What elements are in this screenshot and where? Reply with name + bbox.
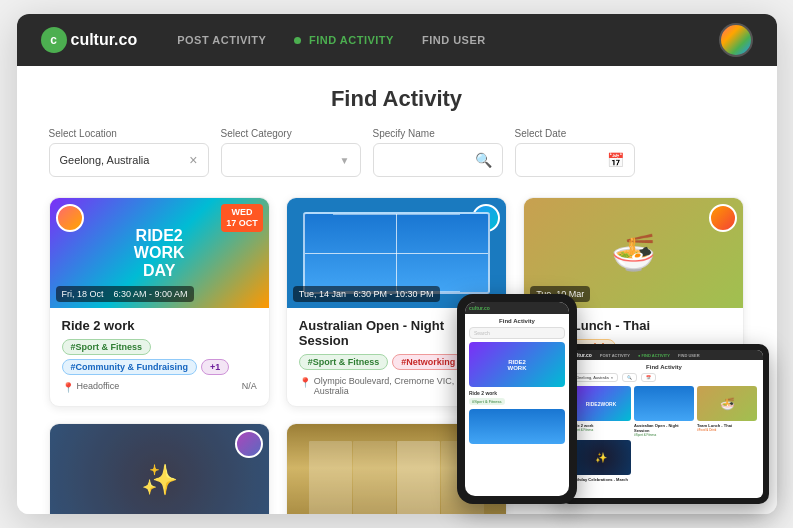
- nav-find-activity[interactable]: FIND ACTIVITY: [294, 34, 394, 46]
- search-icon: 🔍: [475, 152, 492, 168]
- browser-window: c cultur.co POST ACTIVITY FIND ACTIVITY …: [17, 14, 777, 514]
- category-label: Select Category: [221, 128, 361, 139]
- main-content: Find Activity Select Location Geelong, A…: [17, 66, 777, 514]
- navbar: c cultur.co POST ACTIVITY FIND ACTIVITY …: [17, 14, 777, 66]
- logo-text: cultur.co: [71, 31, 138, 49]
- category-filter-group: Select Category ▼: [221, 128, 361, 177]
- location-input[interactable]: Geelong, Australia ×: [49, 143, 209, 177]
- gallery-grid: [309, 441, 484, 515]
- tag-sport-fitness: #Sport & Fitness: [62, 339, 152, 355]
- location-pin-icon: 📍: [62, 382, 74, 393]
- nav-post-activity[interactable]: POST ACTIVITY: [177, 34, 266, 46]
- activity-card-team-lunch[interactable]: 🍜 Tue, 10 Mar Team Lunch - Thai #Food & …: [523, 197, 744, 407]
- ride2work-avatar: [56, 204, 84, 232]
- gallery-image: [287, 424, 506, 514]
- name-filter-group: Specify Name 🔍: [373, 128, 503, 177]
- team-lunch-image: 🍜 Tue, 10 Mar: [524, 198, 743, 308]
- activity-card-australian-open[interactable]: Tue, 14 Jan 6:30 PM - 10:30 PM Australia…: [286, 197, 507, 407]
- date-input[interactable]: 📅: [515, 143, 635, 177]
- australian-open-image: Tue, 14 Jan 6:30 PM - 10:30 PM: [287, 198, 506, 308]
- location-filter-group: Select Location Geelong, Australia ×: [49, 128, 209, 177]
- australian-open-location: 📍 Olympic Boulevard, Cremorne VIC, Austr…: [299, 376, 494, 396]
- filters-bar: Select Location Geelong, Australia × Sel…: [49, 128, 745, 177]
- team-lunch-avatar: [709, 204, 737, 232]
- empty-slot: [523, 423, 744, 514]
- tag-community: #Community & Fundraising: [62, 359, 198, 375]
- australian-open-tags: #Sport & Fitness #Networking: [299, 354, 494, 370]
- category-input[interactable]: ▼: [221, 143, 361, 177]
- page-title: Find Activity: [49, 86, 745, 112]
- logo: c cultur.co: [41, 27, 138, 53]
- nav-links: POST ACTIVITY FIND ACTIVITY FIND USER: [177, 34, 486, 46]
- location-clear-icon[interactable]: ×: [189, 152, 197, 168]
- activity-card-sparkle[interactable]: ✨: [49, 423, 270, 514]
- location-pin-icon-2: 📍: [299, 377, 311, 388]
- activity-card-ride2work[interactable]: RIDE2WORKDAY WED17 OCT Fri, 18 Oct 6:30 …: [49, 197, 270, 407]
- tag-food-drink: #Food & Drink: [536, 339, 616, 355]
- sparkle-avatar: [235, 430, 263, 458]
- australian-open-title: Australian Open - Night Session: [299, 318, 494, 348]
- team-lunch-title: Team Lunch - Thai: [536, 318, 731, 333]
- location-pin-icon-3: 📍: [536, 362, 548, 373]
- tag-networking: #Networking: [392, 354, 464, 370]
- name-input[interactable]: 🔍: [373, 143, 503, 177]
- ride2work-location: 📍 Headoffice N/A: [62, 381, 257, 393]
- ride2work-date-badge: Fri, 18 Oct 6:30 AM - 9:00 AM: [56, 286, 194, 302]
- tag-sport-fitness-2: #Sport & Fitness: [299, 354, 389, 370]
- activity-card-gallery[interactable]: [286, 423, 507, 514]
- ride2work-text: RIDE2WORKDAY: [134, 227, 185, 280]
- logo-icon: c: [41, 27, 67, 53]
- ride2work-tags: #Sport & Fitness #Community & Fundraisin…: [62, 339, 257, 375]
- location-label: Select Location: [49, 128, 209, 139]
- team-lunch-location: 📍 Thai, B... $10...: [536, 361, 731, 373]
- activities-grid: RIDE2WORKDAY WED17 OCT Fri, 18 Oct 6:30 …: [49, 197, 745, 407]
- ride2work-title: Ride 2 work: [62, 318, 257, 333]
- ride2work-body: Ride 2 work #Sport & Fitness #Community …: [50, 308, 269, 403]
- team-lunch-date-badge: Tue, 10 Mar: [530, 286, 590, 302]
- ride2work-badge: WED17 OCT: [221, 204, 263, 232]
- sparkle-image: ✨: [50, 424, 269, 514]
- nav-find-user[interactable]: FIND USER: [422, 34, 486, 46]
- name-label: Specify Name: [373, 128, 503, 139]
- nav-avatar[interactable]: [719, 23, 753, 57]
- date-label: Select Date: [515, 128, 635, 139]
- australian-open-body: Australian Open - Night Session #Sport &…: [287, 308, 506, 406]
- calendar-icon: 📅: [607, 152, 624, 168]
- category-arrow-icon: ▼: [340, 155, 350, 166]
- team-lunch-tags: #Food & Drink: [536, 339, 731, 355]
- date-filter-group: Select Date 📅: [515, 128, 635, 177]
- tag-more: +1: [201, 359, 229, 375]
- location-value: Geelong, Australia: [60, 154, 184, 166]
- ride2work-image: RIDE2WORKDAY WED17 OCT Fri, 18 Oct 6:30 …: [50, 198, 269, 308]
- active-dot: [294, 37, 301, 44]
- australian-open-date-badge: Tue, 14 Jan 6:30 PM - 10:30 PM: [293, 286, 440, 302]
- team-lunch-body: Team Lunch - Thai #Food & Drink 📍 Thai, …: [524, 308, 743, 383]
- tennis-court: [303, 212, 489, 295]
- bottom-cards-grid: ✨: [49, 423, 745, 514]
